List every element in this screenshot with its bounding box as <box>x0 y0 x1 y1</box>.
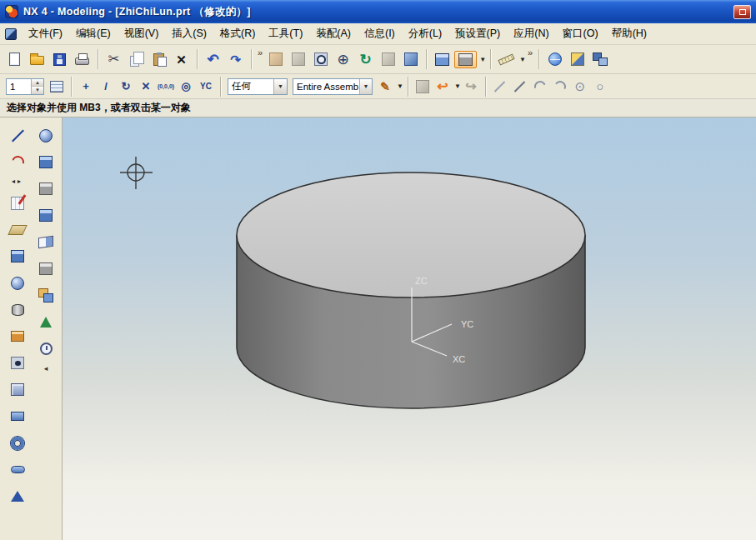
graphics-window[interactable]: ZC YC XC <box>63 118 756 540</box>
selection-filter-dropdown[interactable]: 任何 ▼ <box>228 78 288 95</box>
curve-line-button[interactable] <box>7 124 29 147</box>
snap-arc-center-button[interactable]: ◎ <box>176 77 196 97</box>
display-mode-dropdown[interactable]: ▼ <box>479 56 486 63</box>
shaded-view-button[interactable] <box>431 48 453 71</box>
menu-information[interactable]: 信息(I) <box>358 24 402 43</box>
snap-rotate-point-button[interactable]: ↻ <box>116 77 136 97</box>
assemblies-button[interactable] <box>588 48 611 71</box>
close-button[interactable] <box>733 5 751 19</box>
perspective-button[interactable] <box>399 48 422 71</box>
new-button[interactable] <box>3 48 26 71</box>
draft-button[interactable] <box>7 485 29 508</box>
menu-insert[interactable]: 插入(S) <box>165 24 213 43</box>
toolbar-collapse-arrow[interactable]: ◂ <box>44 364 48 374</box>
paste-button[interactable] <box>148 48 170 71</box>
toolbar-scroll-arrows[interactable]: ◂▸ <box>12 178 23 188</box>
hole-button[interactable] <box>7 352 29 374</box>
menu-window[interactable]: 窗口(O) <box>556 24 605 43</box>
nx-logo-icon <box>5 5 18 18</box>
menu-analysis[interactable]: 分析(L) <box>402 24 448 43</box>
menu-preferences[interactable]: 预设置(P) <box>448 24 507 43</box>
menu-application[interactable]: 应用(N) <box>507 24 555 43</box>
curve-arc-button[interactable] <box>7 151 29 173</box>
work-layer-value: 1 <box>7 82 18 92</box>
model-scene[interactable]: ZC YC XC <box>63 118 756 540</box>
stacked-boxes-button[interactable] <box>35 284 58 307</box>
snap-origin-point-button[interactable]: (0,0,0) <box>156 77 176 97</box>
highlight-button[interactable]: ✎ <box>375 77 395 97</box>
dropdown-arrow-icon[interactable]: ▼ <box>359 79 372 94</box>
display-mode-button[interactable] <box>454 51 477 68</box>
curve-arc-2-button[interactable] <box>550 77 570 97</box>
highlight-dropdown[interactable]: ▼ <box>397 82 403 90</box>
menu-tools[interactable]: 工具(T) <box>262 24 309 43</box>
sphere-button[interactable] <box>7 272 29 294</box>
circle-button[interactable]: ○ <box>590 77 610 97</box>
back-dropdown[interactable]: ▼ <box>454 82 461 90</box>
selection-scope-dropdown[interactable]: Entire Assemb ▼ <box>293 78 373 95</box>
snap-point-button[interactable]: + <box>76 77 96 97</box>
menu-file[interactable]: 文件(F) <box>22 24 69 43</box>
datum-plane-button[interactable] <box>7 218 29 241</box>
curve-line-button[interactable] <box>490 77 510 97</box>
menu-edit[interactable]: 编辑(E) <box>69 24 118 43</box>
refresh-view-button[interactable]: ↻ <box>354 48 377 71</box>
snap-wcs-button[interactable]: YC <box>196 77 216 97</box>
zoom-in-out-button[interactable]: ⊕ <box>332 48 354 71</box>
cut-button[interactable]: ✂ <box>103 48 125 71</box>
cone-button[interactable] <box>35 311 58 333</box>
toolbar-overflow-chevron[interactable]: » <box>258 48 263 58</box>
pocket-button[interactable] <box>7 378 29 401</box>
groove-button[interactable] <box>7 432 29 454</box>
save-button[interactable] <box>48 48 71 71</box>
snap-intersection-button[interactable]: ✕ <box>136 77 156 97</box>
open-button[interactable] <box>26 48 48 71</box>
layer-settings-button[interactable] <box>47 77 67 97</box>
assemblies-icon <box>593 52 608 67</box>
customize-button[interactable] <box>566 48 588 71</box>
spin-up-icon[interactable]: ▲ <box>32 79 43 87</box>
menu-format[interactable]: 格式(R) <box>213 24 262 43</box>
snap-end-point-button[interactable]: / <box>96 77 116 97</box>
redo-icon: ↷ <box>230 53 241 66</box>
pad-button[interactable] <box>7 405 29 428</box>
spin-down-icon[interactable]: ▼ <box>32 86 43 94</box>
cylinder-button[interactable] <box>7 298 29 321</box>
print-button[interactable] <box>71 48 93 71</box>
circle-center-button[interactable]: ⊙ <box>570 77 590 97</box>
web-browser-button[interactable] <box>543 48 566 71</box>
toolbar-overflow-chevron[interactable]: » <box>528 48 533 58</box>
gray-cube-button[interactable] <box>35 178 58 200</box>
layer-spin-buttons[interactable]: ▲▼ <box>31 79 43 94</box>
cube-button[interactable] <box>35 258 58 280</box>
cube-icon <box>39 262 53 275</box>
menu-view[interactable]: 视图(V) <box>118 24 166 43</box>
zoom-view-button[interactable] <box>309 48 332 71</box>
repeat-command-button[interactable]: ↷ <box>224 48 247 71</box>
toolbar-separator <box>197 49 198 69</box>
sketch-button[interactable] <box>7 192 29 214</box>
back-button[interactable]: ↩ <box>433 77 453 97</box>
menu-help[interactable]: 帮助(H) <box>605 24 653 43</box>
measure-distance-button[interactable] <box>495 48 518 71</box>
curve-line-2-button[interactable] <box>510 77 530 97</box>
measure-dropdown[interactable]: ▼ <box>519 56 526 63</box>
orient-view-button[interactable] <box>35 151 58 173</box>
curve-arc-button[interactable] <box>530 77 550 97</box>
work-layer-spinner[interactable]: 1 ▲▼ <box>6 78 44 95</box>
boss-button[interactable] <box>7 325 29 348</box>
slot-button[interactable] <box>7 458 29 481</box>
clock-button[interactable] <box>35 338 58 360</box>
circle-center-icon: ⊙ <box>575 80 586 92</box>
copy-button[interactable] <box>125 48 148 71</box>
book-button[interactable] <box>35 231 58 253</box>
cylinder-top-face[interactable] <box>237 172 585 298</box>
dropdown-arrow-icon[interactable]: ▼ <box>273 79 287 94</box>
undo-button[interactable]: ↶ <box>202 48 224 71</box>
menu-assemblies[interactable]: 装配(A) <box>309 24 358 43</box>
shaded-ball-button[interactable] <box>35 124 58 147</box>
delete-button[interactable]: ✕ <box>170 48 193 71</box>
block-2-button[interactable] <box>35 204 58 227</box>
block-button[interactable] <box>7 245 29 268</box>
toolbar-separator <box>408 77 408 97</box>
